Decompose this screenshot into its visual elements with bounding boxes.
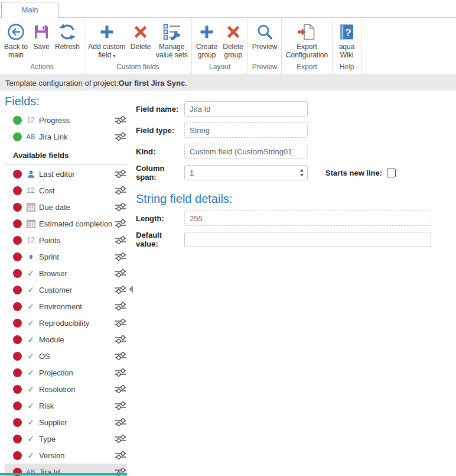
field-item-browser[interactable]: ✓Browser <box>5 265 127 281</box>
drag-handle-icon[interactable] <box>114 435 127 443</box>
ribbon-body: Back tomainSaveRefreshActionsAdd customf… <box>0 18 456 75</box>
ribbon-group-preview: PreviewPreview <box>248 18 282 75</box>
column-span-input[interactable] <box>184 165 308 180</box>
field-item-label: Projection <box>39 368 114 377</box>
sidebar-collapse-arrow[interactable] <box>129 286 133 293</box>
status-dot-red <box>13 385 22 394</box>
number-icon: 12 <box>24 186 38 195</box>
date-icon <box>24 203 38 212</box>
refresh-icon <box>58 21 76 43</box>
ribbon-group-export: ExportConfigurationExport <box>282 18 333 75</box>
delete-icon <box>133 21 148 43</box>
default-value-label: Default value: <box>136 231 184 248</box>
default-value-input[interactable] <box>184 232 431 247</box>
field-item-sprint[interactable]: Sprint <box>5 248 127 265</box>
ribbon-group-label: Layout <box>192 61 247 75</box>
form-row-column-span: Column span:Starts new line: <box>136 162 456 183</box>
drag-handle-icon[interactable] <box>114 203 127 211</box>
drag-handle-icon[interactable] <box>114 170 127 178</box>
field-item-estimated-completion-date[interactable]: Estimated completion date <box>5 215 127 232</box>
back-to-main-button[interactable]: Back tomain <box>3 20 29 60</box>
ribbon-group-custom-fields: Add customfield ▾DeleteManagevalue setsC… <box>84 18 192 75</box>
field-item-progress[interactable]: 12Progress <box>5 112 127 128</box>
field-item-os[interactable]: ✓OS <box>5 348 127 364</box>
field-item-resolution[interactable]: ✓Resolution <box>5 381 127 397</box>
field-item-label: Risk <box>39 401 114 410</box>
create-group-button[interactable]: Creategroup <box>195 20 219 60</box>
delete-group-button[interactable]: Deletegroup <box>222 20 245 60</box>
kind-label: Kind: <box>136 147 184 156</box>
add-custom-field-button[interactable]: Add customfield ▾ <box>87 20 126 60</box>
ribbon-button-label: Managevalue sets <box>156 43 188 59</box>
field-item-version[interactable]: ✓Version <box>5 447 127 464</box>
field-item-points[interactable]: 12Points <box>5 232 127 248</box>
spinner-down-icon[interactable] <box>300 174 304 176</box>
field-item-module[interactable]: ✓Module <box>5 331 127 348</box>
drag-handle-icon[interactable] <box>114 319 127 327</box>
field-name-label: Field name: <box>136 105 184 114</box>
field-item-customer[interactable]: ✓Customer <box>5 281 127 298</box>
ribbon-button-label: Deletegroup <box>223 43 243 59</box>
drag-handle-icon[interactable] <box>114 302 127 310</box>
drag-handle-icon[interactable] <box>114 368 127 377</box>
manage-value-sets-button[interactable]: Managevalue sets <box>155 20 189 60</box>
field-item-cost[interactable]: 12Cost <box>5 182 127 199</box>
field-item-label: Jira Link <box>39 132 114 141</box>
length-input <box>184 211 431 226</box>
drag-handle-icon[interactable] <box>114 252 127 261</box>
drag-handle-icon[interactable] <box>114 219 127 228</box>
export-icon <box>297 21 316 43</box>
export-configuration-button[interactable]: ExportConfiguration <box>285 20 329 60</box>
status-dot-red <box>13 319 22 328</box>
form-row-length: Length: <box>136 208 456 229</box>
save-button[interactable]: Save <box>32 20 51 52</box>
drag-handle-icon[interactable] <box>114 418 127 426</box>
form-row-field-name: Field name: <box>136 98 456 119</box>
field-item-risk[interactable]: ✓Risk <box>5 397 127 414</box>
status-dot-red <box>13 368 22 377</box>
drag-handle-icon[interactable] <box>114 132 127 141</box>
field-item-environment[interactable]: ✓Environment <box>5 298 127 315</box>
field-item-label: Resolution <box>39 385 114 394</box>
starts-new-line-checkbox[interactable] <box>387 169 396 177</box>
field-item-projection[interactable]: ✓Projection <box>5 364 127 381</box>
delete-button[interactable]: Delete <box>129 20 152 52</box>
preview-icon <box>256 21 273 43</box>
field-item-label: Environment <box>39 302 114 311</box>
field-item-last-editor[interactable]: Last editor <box>5 166 127 182</box>
check-icon: ✓ <box>24 384 38 394</box>
drag-handle-icon[interactable] <box>114 335 127 344</box>
drag-handle-icon[interactable] <box>114 236 127 244</box>
drag-handle-icon[interactable] <box>114 186 127 195</box>
available-fields-list: Last editor12CostDue dateEstimated compl… <box>0 166 133 476</box>
preview-button[interactable]: Preview <box>251 20 279 52</box>
drag-handle-icon[interactable] <box>114 451 127 459</box>
tab-main[interactable]: Main <box>1 2 58 18</box>
configured-fields-list: 12ProgressABJira Link <box>0 112 133 145</box>
aqua-wiki-button[interactable]: ?aquaWiki <box>338 20 356 60</box>
field-name-input[interactable] <box>184 101 308 116</box>
refresh-button[interactable]: Refresh <box>54 20 81 52</box>
field-item-reproducibility[interactable]: ✓Reproducibility <box>5 315 127 331</box>
field-item-supplier[interactable]: ✓Supplier <box>5 414 127 430</box>
field-item-due-date[interactable]: Due date <box>5 199 127 215</box>
header-suffix: . <box>185 79 187 88</box>
field-item-type[interactable]: ✓Type <box>5 430 127 447</box>
check-icon: ✓ <box>24 285 38 294</box>
field-type-input <box>184 122 308 138</box>
ribbon-button-label: Save <box>33 43 49 51</box>
status-dot-red <box>13 286 22 294</box>
drag-handle-icon[interactable] <box>114 352 127 360</box>
status-dot-red <box>13 269 22 278</box>
content-area: Fields: 12ProgressABJira Link Available … <box>0 90 456 475</box>
string-field-details-heading: String field details: <box>136 192 456 208</box>
field-item-jira-link[interactable]: ABJira Link <box>5 128 127 145</box>
drag-handle-icon[interactable] <box>114 286 127 294</box>
drag-handle-icon[interactable] <box>114 269 127 277</box>
drag-handle-icon[interactable] <box>114 385 127 393</box>
drag-handle-icon[interactable] <box>114 401 127 410</box>
spinner-up-icon[interactable] <box>300 169 304 171</box>
sidebar-horizontal-scrollbar[interactable] <box>0 473 127 475</box>
field-item-label: Cost <box>39 186 114 195</box>
drag-handle-icon[interactable] <box>114 116 127 124</box>
